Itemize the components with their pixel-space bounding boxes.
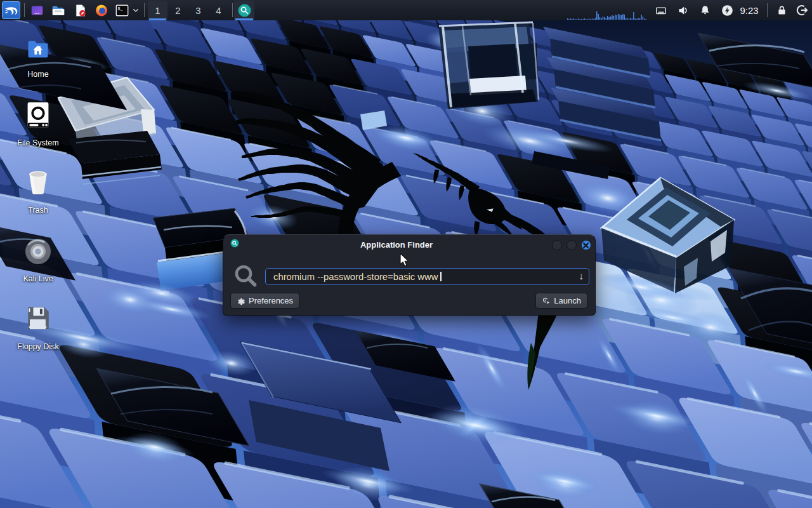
svg-text:$_: $_ [117, 6, 122, 11]
